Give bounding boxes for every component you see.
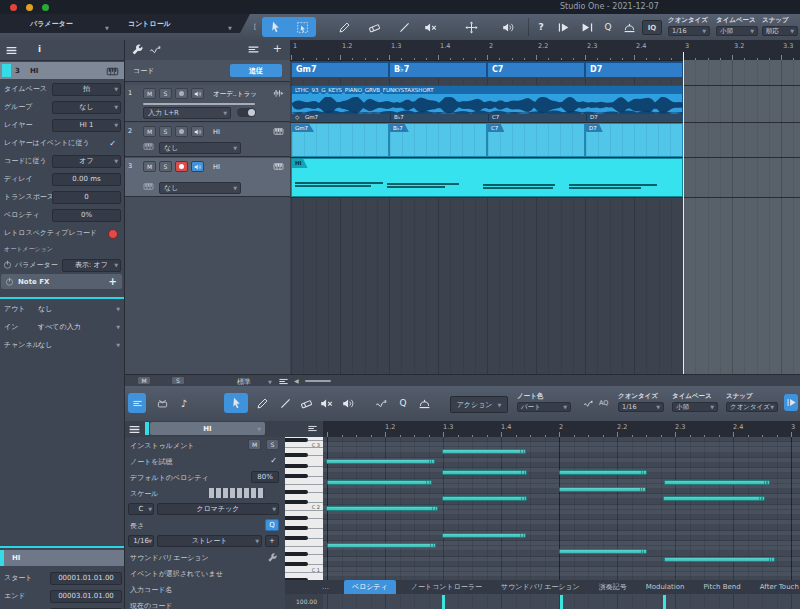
instrument-select[interactable]: なし▼ xyxy=(159,182,241,194)
checkbox-checked[interactable]: ✓ xyxy=(109,139,116,148)
eraser-tool-button[interactable] xyxy=(295,393,317,413)
value-box[interactable]: なし▼ xyxy=(52,101,121,114)
midi-note[interactable] xyxy=(664,480,770,485)
timebase-select[interactable]: 小節▼ xyxy=(672,402,718,412)
black-key[interactable] xyxy=(285,500,308,504)
value-select[interactable]: クロマチック▼ xyxy=(157,503,279,515)
info-icon[interactable]: i xyxy=(38,44,41,54)
instrument-event[interactable]: C7 xyxy=(487,123,585,157)
zoom-q-icon[interactable]: Q xyxy=(600,17,616,37)
black-key[interactable] xyxy=(285,438,308,442)
solo-button[interactable]: S xyxy=(159,126,172,137)
minimize-window-button[interactable] xyxy=(26,4,33,11)
midi-note[interactable] xyxy=(327,480,432,485)
midi-note[interactable] xyxy=(327,543,436,548)
black-key[interactable] xyxy=(285,490,308,494)
retrospective-record-icon[interactable] xyxy=(108,229,118,239)
arrange-view[interactable]: 11.21.31.422.22.32.433.23.3 Gm7B♭7C7D7LT… xyxy=(290,40,800,374)
black-key[interactable] xyxy=(285,474,308,478)
value-select[interactable]: C▼ xyxy=(128,503,154,515)
autoscroll-button[interactable] xyxy=(784,394,798,411)
bend-tool-button[interactable] xyxy=(460,17,482,37)
record-arm-button[interactable] xyxy=(175,161,188,172)
instrument-select[interactable]: なし▼ xyxy=(159,142,241,154)
black-key[interactable] xyxy=(285,526,308,530)
lane-tab[interactable]: … xyxy=(318,582,333,592)
zoom-q-icon[interactable]: Q xyxy=(395,393,411,413)
solo-button[interactable]: S xyxy=(159,161,172,172)
midi-note[interactable] xyxy=(664,557,775,562)
chevron-down-icon[interactable]: ▼ xyxy=(268,379,272,385)
mute-button[interactable]: M xyxy=(143,88,156,99)
track-header[interactable]: 3MSHIなし▼ xyxy=(125,158,290,197)
midi-note[interactable] xyxy=(559,549,647,554)
io-value-select[interactable]: なし xyxy=(38,304,114,314)
io-value-select[interactable]: すべての入力 xyxy=(38,322,114,332)
checkbox-checked[interactable]: ✓ xyxy=(270,456,277,465)
help-icon[interactable]: ? xyxy=(534,17,548,37)
value-select[interactable]: 1/16▼ xyxy=(128,535,154,547)
line-tool-button[interactable] xyxy=(274,393,296,413)
property-value[interactable]: 00001.01.01.00 xyxy=(50,572,122,585)
arrow-tool-button[interactable] xyxy=(225,393,247,413)
play-from-selection-button[interactable] xyxy=(552,17,574,37)
black-key[interactable] xyxy=(285,464,308,468)
mute-tool-button[interactable] xyxy=(315,393,337,413)
parameter-display-select[interactable]: 表示: オフ▼ xyxy=(62,259,121,272)
hamburger-icon[interactable] xyxy=(128,423,141,436)
lane-tab[interactable]: ノートコントローラー xyxy=(407,581,486,593)
add-notefx-button[interactable]: + xyxy=(109,276,117,287)
drum-view-icon[interactable] xyxy=(151,393,173,413)
play-through-button[interactable] xyxy=(576,17,598,37)
audio-event[interactable]: LTHC_93_G_KEYS_PIANO_GRVB_FUNKYSTAXSHORT… xyxy=(291,85,683,122)
property-value[interactable]: 00003.01.01.00 xyxy=(50,590,122,603)
macro-controls-icon[interactable] xyxy=(413,393,435,413)
record-arm-button[interactable] xyxy=(175,126,188,137)
midi-note[interactable] xyxy=(559,487,646,492)
mute-button[interactable]: M xyxy=(248,439,261,450)
maximize-window-button[interactable] xyxy=(42,4,49,11)
velocity-lane[interactable] xyxy=(323,594,800,609)
quantize-select[interactable]: 1/16▼ xyxy=(668,26,710,36)
chord-event[interactable]: Gm7 xyxy=(291,62,389,78)
paint-tool-button[interactable] xyxy=(251,393,273,413)
selected-event-chip[interactable]: HI xyxy=(0,550,124,566)
value-select[interactable]: ストレート▼ xyxy=(157,535,262,547)
value-box[interactable]: 80% xyxy=(251,471,279,483)
solo-all-button[interactable]: S xyxy=(171,376,185,385)
add-button[interactable]: + xyxy=(265,535,279,547)
zoom-slider[interactable] xyxy=(305,380,331,382)
io-value-select[interactable]: なし xyxy=(38,340,114,350)
quantize-select[interactable]: 1/16▼ xyxy=(618,402,664,412)
instrument-event[interactable]: B♭7 xyxy=(389,123,487,157)
velocity-bar[interactable] xyxy=(560,595,563,609)
monitor-button[interactable] xyxy=(191,161,204,172)
timebase-select[interactable]: 小節▼ xyxy=(716,26,758,36)
arrow-tool-button[interactable] xyxy=(264,17,286,37)
playhead[interactable] xyxy=(683,52,684,374)
note-color-select[interactable]: パート▼ xyxy=(517,402,571,412)
add-track-button[interactable]: + xyxy=(273,42,282,55)
chord-event[interactable]: C7 xyxy=(487,62,585,78)
midi-note[interactable] xyxy=(326,506,438,511)
chevron-down-icon[interactable]: ▼ xyxy=(105,25,109,31)
track-header[interactable]: 1MSオーデ..トラッ入力 L+R▼ xyxy=(125,85,290,122)
solo-button[interactable]: S xyxy=(266,439,279,450)
midi-note[interactable] xyxy=(442,533,526,538)
midi-note[interactable] xyxy=(663,496,765,501)
monitor-button[interactable] xyxy=(191,88,204,99)
paint-tool-button[interactable] xyxy=(393,17,415,37)
control-tab[interactable]: コントロール xyxy=(128,19,171,29)
curve-icon[interactable] xyxy=(370,393,392,413)
snap-select[interactable]: クオンタイズ▼ xyxy=(726,402,778,412)
notefx-section[interactable]: Note FX+ xyxy=(1,274,122,289)
lane-tab[interactable]: 演奏記号 xyxy=(595,581,631,593)
lane-tab[interactable]: Pitch Bend xyxy=(699,582,744,592)
input-quantize-button[interactable]: IQ xyxy=(642,20,662,35)
list-icon[interactable] xyxy=(307,423,318,434)
macro-controls-icon[interactable] xyxy=(618,17,640,37)
inspector-track-chip[interactable]: 3 HI xyxy=(0,62,124,79)
chord-track-header[interactable]: コード 追従 xyxy=(125,60,290,82)
black-key[interactable] xyxy=(285,536,308,540)
eraser-tool-button[interactable] xyxy=(363,17,385,37)
